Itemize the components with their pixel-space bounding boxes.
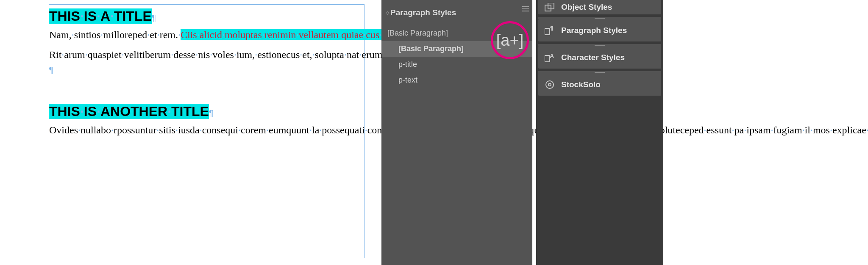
paragraph-styles-button[interactable]: ¶ Paragraph Styles — [538, 19, 661, 41]
paragraph-1[interactable]: Nam,·sintios·milloreped·et·rem.·Ciis·ali… — [49, 28, 364, 42]
character-styles-label: Character Styles — [561, 53, 625, 62]
stocksolo-icon — [544, 79, 555, 90]
paragraph-2[interactable]: Rit·arum·quaspiet·velitiberum·desse·nis·… — [49, 47, 364, 77]
paragraph-styles-label: Paragraph Styles — [561, 26, 627, 35]
panel-menu-icon[interactable] — [522, 6, 529, 11]
svg-text:¶: ¶ — [550, 26, 553, 31]
object-styles-button[interactable]: Object Styles — [538, 0, 661, 14]
pilcrow-icon: ¶ — [209, 108, 214, 118]
collapse-icon[interactable]: ◇ — [386, 10, 388, 16]
para1-plain: Nam,·sintios·milloreped·et·rem.· — [49, 29, 181, 40]
pilcrow-icon: ¶ — [152, 13, 156, 22]
stocksolo-label: StockSolo — [561, 80, 601, 89]
text-frame[interactable]: THIS·IS·A·TITLE¶ Nam,·sintios·milloreped… — [49, 4, 364, 258]
paragraph-styles-icon: ¶ — [544, 25, 555, 36]
new-style-icon: [a+] — [496, 31, 523, 50]
character-styles-icon: A — [544, 52, 555, 63]
pilcrow-icon: ¶ — [49, 65, 53, 75]
svg-point-9 — [546, 81, 554, 88]
create-new-style-button[interactable]: [a+] — [491, 21, 529, 59]
paragraph-3[interactable]: Ovides·nullabo·rpossuntur·sitis·iusda·co… — [49, 123, 364, 138]
style-p-text[interactable]: p-text — [381, 72, 532, 88]
title-2[interactable]: THIS·IS·ANOTHER·TITLE — [49, 104, 209, 119]
svg-text:A: A — [550, 53, 554, 59]
stocksolo-button[interactable]: StockSolo — [538, 74, 661, 96]
title-1[interactable]: THIS·IS·A·TITLE — [49, 8, 152, 24]
panel-title: Paragraph Styles — [390, 8, 456, 17]
object-styles-label: Object Styles — [561, 3, 612, 12]
character-styles-button[interactable]: A Character Styles — [538, 47, 661, 69]
svg-rect-7 — [545, 55, 550, 62]
svg-point-10 — [548, 83, 551, 86]
panel-dock: Object Styles ¶ Paragraph Styles A Chara… — [536, 0, 663, 265]
object-styles-icon — [544, 2, 555, 13]
svg-rect-5 — [545, 28, 550, 35]
